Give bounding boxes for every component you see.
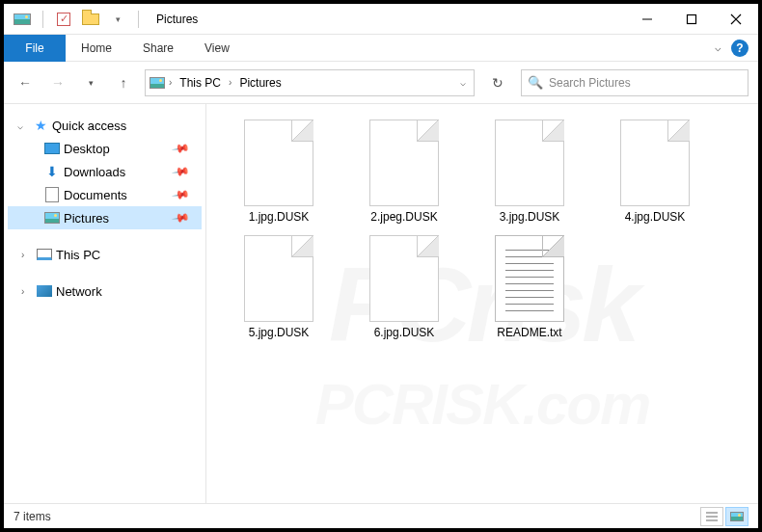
file-item[interactable]: 1.jpg.DUSK	[226, 120, 332, 224]
app-icon	[12, 9, 33, 30]
tab-view[interactable]: View	[189, 35, 245, 62]
minimize-button[interactable]	[625, 4, 669, 35]
file-menu[interactable]: File	[4, 35, 66, 62]
chevron-right-icon[interactable]: ›	[21, 286, 33, 297]
tab-share[interactable]: Share	[127, 35, 189, 62]
star-icon: ★	[33, 118, 48, 133]
pin-icon: 📌	[171, 208, 190, 227]
address-dropdown-icon[interactable]: ⌵	[460, 77, 470, 88]
nav-quick-access[interactable]: ⌵ ★ Quick access	[8, 114, 202, 137]
svg-rect-1	[688, 14, 696, 23]
body: ⌵ ★ Quick access Desktop 📌 ⬇ Downloads 📌…	[4, 104, 758, 503]
file-item[interactable]: 6.jpg.DUSK	[351, 235, 457, 339]
file-name: 3.jpg.DUSK	[500, 210, 560, 224]
chevron-right-icon[interactable]: ›	[167, 77, 174, 88]
up-button[interactable]: ↑	[112, 71, 135, 94]
pin-icon: 📌	[171, 162, 190, 181]
breadcrumb-pictures[interactable]: Pictures	[235, 76, 285, 90]
close-button[interactable]	[714, 4, 758, 35]
file-icon	[244, 120, 313, 206]
nav-this-pc[interactable]: › This PC	[8, 243, 202, 266]
file-icon	[369, 235, 439, 322]
new-folder-icon[interactable]	[80, 9, 101, 30]
file-item[interactable]: README.txt	[476, 235, 583, 339]
location-icon	[150, 75, 165, 91]
recent-dropdown-icon[interactable]: ▾	[79, 71, 102, 94]
file-name: 5.jpg.DUSK	[249, 326, 310, 339]
file-icon	[495, 120, 564, 206]
icons-view-button[interactable]	[725, 507, 748, 526]
item-count: 7 items	[14, 510, 51, 523]
window-controls	[625, 4, 758, 35]
file-icon	[620, 120, 690, 206]
nav-desktop[interactable]: Desktop 📌	[8, 137, 202, 160]
status-bar: 7 items	[4, 503, 758, 528]
file-name: 4.jpg.DUSK	[625, 210, 686, 224]
tab-home[interactable]: Home	[66, 35, 127, 62]
separator	[138, 11, 139, 28]
pin-icon: 📌	[171, 139, 190, 158]
watermark-url: PCRISK.com	[315, 370, 650, 437]
content-pane[interactable]: PCrisk PCRISK.com 1.jpg.DUSK 2.jpeg.DUSK…	[206, 104, 758, 503]
explorer-window: ✓ ▾ Pictures File Home Share View ⌵ ? ← …	[4, 4, 758, 528]
search-placeholder: Search Pictures	[549, 76, 631, 90]
file-icon	[244, 235, 313, 322]
back-button[interactable]: ←	[14, 71, 37, 94]
search-input[interactable]: 🔍 Search Pictures	[521, 69, 748, 96]
search-icon: 🔍	[528, 75, 543, 90]
document-icon	[44, 187, 60, 202]
nav-downloads[interactable]: ⬇ Downloads 📌	[8, 160, 202, 183]
file-name: 1.jpg.DUSK	[249, 210, 310, 224]
download-icon: ⬇	[44, 164, 60, 179]
separator	[42, 11, 43, 28]
nav-network[interactable]: › Network	[8, 279, 202, 303]
file-name: 2.jpeg.DUSK	[370, 210, 437, 224]
details-view-button[interactable]	[700, 507, 723, 526]
help-icon[interactable]: ?	[731, 40, 748, 57]
ribbon-expand-icon[interactable]: ⌵	[715, 41, 721, 54]
breadcrumb-this-pc[interactable]: This PC	[176, 76, 225, 90]
network-icon	[37, 283, 52, 299]
nav-documents[interactable]: Documents 📌	[8, 183, 202, 206]
file-icon	[369, 120, 439, 206]
chevron-down-icon[interactable]: ⌵	[17, 120, 29, 131]
desktop-icon	[44, 141, 60, 156]
breadcrumb[interactable]: › This PC › Pictures ⌵	[145, 69, 475, 96]
refresh-button[interactable]: ↻	[484, 69, 511, 96]
quick-access-toolbar: ✓ ▾ Pictures	[4, 9, 198, 30]
pc-icon	[37, 247, 52, 262]
pin-icon: 📌	[171, 185, 190, 204]
nav-pictures[interactable]: Pictures 📌	[8, 206, 202, 229]
ribbon: File Home Share View ⌵ ?	[4, 35, 758, 62]
chevron-right-icon[interactable]: ›	[227, 77, 233, 88]
navigation-pane: ⌵ ★ Quick access Desktop 📌 ⬇ Downloads 📌…	[4, 104, 206, 503]
forward-button[interactable]: →	[46, 71, 69, 94]
chevron-right-icon[interactable]: ›	[21, 250, 33, 260]
file-item[interactable]: 2.jpeg.DUSK	[351, 120, 457, 224]
file-name: 6.jpg.DUSK	[374, 326, 435, 339]
address-bar-row: ← → ▾ ↑ › This PC › Pictures ⌵ ↻ 🔍 Searc…	[4, 62, 758, 104]
window-title: Pictures	[156, 13, 198, 26]
pictures-icon	[44, 210, 60, 226]
file-item[interactable]: 5.jpg.DUSK	[226, 235, 332, 339]
qat-dropdown-icon[interactable]: ▾	[107, 9, 128, 30]
titlebar: ✓ ▾ Pictures	[4, 4, 758, 35]
properties-icon[interactable]: ✓	[53, 9, 74, 30]
file-name: README.txt	[497, 326, 561, 339]
txt-file-icon	[495, 235, 564, 322]
file-item[interactable]: 4.jpg.DUSK	[602, 120, 708, 224]
maximize-button[interactable]	[669, 4, 714, 35]
file-item[interactable]: 3.jpg.DUSK	[476, 120, 583, 224]
